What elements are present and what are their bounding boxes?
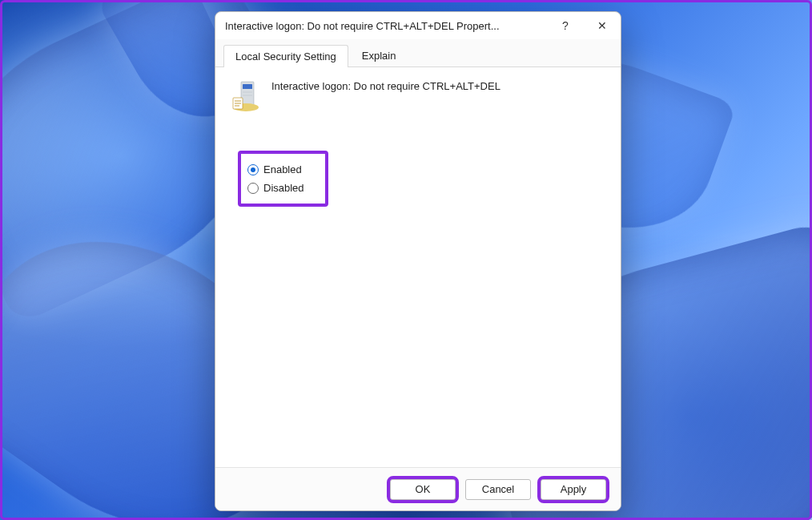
tab-label: Local Security Setting [235,50,336,62]
button-label: Cancel [482,483,514,495]
option-label: Enabled [263,163,302,175]
policy-summary: Interactive logon: Do not require CTRL+A… [231,79,605,114]
titlebar[interactable]: Interactive logon: Do not require CTRL+A… [215,12,621,39]
apply-button-highlight: Apply [541,479,606,500]
close-icon: ✕ [597,19,607,32]
ok-button-highlight: OK [390,479,456,500]
radio-icon [247,183,259,194]
svg-rect-2 [243,91,252,93]
option-label: Disabled [263,182,304,194]
tab-strip: Local Security Setting Explain [215,39,621,67]
help-icon: ? [562,19,569,32]
radio-icon [247,164,259,175]
options-group: Enabled Disabled [238,151,328,207]
properties-dialog: Interactive logon: Do not require CTRL+A… [215,11,621,511]
cancel-button-wrap: Cancel [465,479,531,500]
security-policy-icon [231,79,260,114]
ok-button[interactable]: OK [390,479,456,500]
svg-rect-1 [243,84,252,89]
help-button[interactable]: ? [547,12,584,39]
tab-explain[interactable]: Explain [350,44,408,67]
tab-panel: Interactive logon: Do not require CTRL+A… [215,67,621,467]
cancel-button[interactable]: Cancel [465,479,531,500]
tab-label: Explain [362,50,396,62]
close-button[interactable]: ✕ [584,12,621,39]
window-title: Interactive logon: Do not require CTRL+A… [225,20,547,32]
button-label: Apply [561,483,587,495]
button-label: OK [416,483,431,495]
tab-local-security-setting[interactable]: Local Security Setting [223,45,348,67]
apply-button[interactable]: Apply [541,479,606,500]
button-bar: OK Cancel Apply [215,467,621,510]
policy-description: Interactive logon: Do not require CTRL+A… [271,79,500,92]
option-enabled[interactable]: Enabled [247,160,304,179]
svg-rect-3 [243,95,252,96]
option-disabled[interactable]: Disabled [247,179,304,197]
